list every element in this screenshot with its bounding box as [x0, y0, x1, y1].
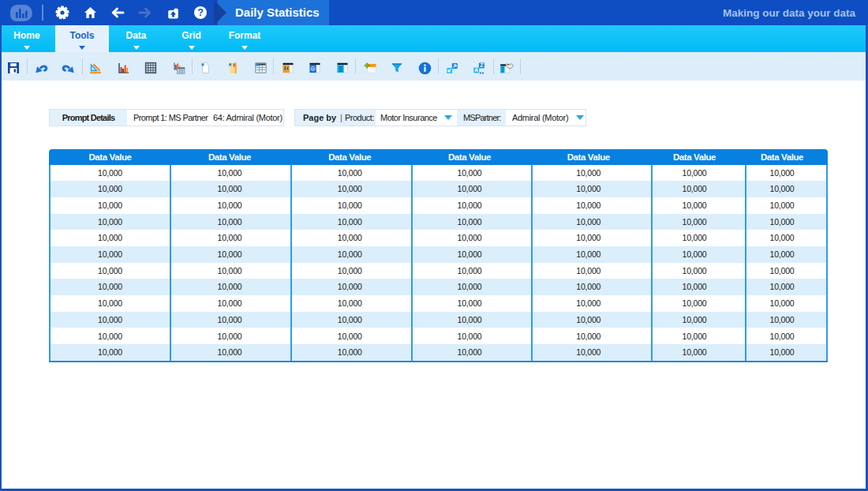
- svg-text:A: A: [474, 67, 478, 73]
- svg-text:Z: Z: [480, 62, 483, 68]
- svg-text:?: ?: [197, 7, 204, 18]
